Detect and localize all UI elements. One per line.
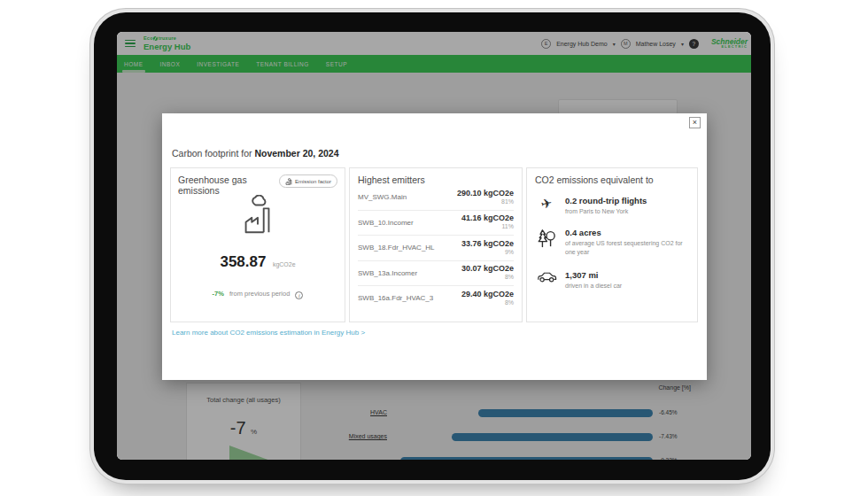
equivalent-value: 0.4 acres <box>565 228 689 237</box>
emitters-title: Highest emitters <box>358 174 514 185</box>
emitter-pct: 8% <box>461 299 514 307</box>
highest-emitters-panel: Highest emitters MV_SWG.Main 290.10 kgCO… <box>349 167 523 322</box>
ghg-delta: -7% <box>213 290 224 298</box>
equivalent-value: 1,307 mi <box>565 270 622 280</box>
emitter-name: MV_SWG.Main <box>358 193 407 201</box>
emitter-name: SWB_10.Incomer <box>358 219 414 227</box>
emitter-pct: 11% <box>461 223 514 231</box>
forest-icon <box>535 228 558 249</box>
emitter-name: SWB_18.Fdr_HVAC_HL <box>358 244 435 252</box>
info-icon[interactable]: i <box>295 291 303 299</box>
ghg-title: Greenhouse gas emissions <box>178 174 279 196</box>
carbon-footprint-modal: × Carbon footprint for November 20, 2024… <box>162 113 707 380</box>
factory-emissions-icon <box>237 195 278 236</box>
emitter-row: SWB_10.Incomer 41.16 kgCO2e11% <box>358 211 514 236</box>
emitter-value: 29.40 kgCO2e <box>461 290 514 299</box>
emitter-name: SWB_13a.Incomer <box>358 269 417 277</box>
emitter-pct: 8% <box>461 274 514 282</box>
ghg-value: 358.87 <box>220 253 266 270</box>
tablet-frame: Ecotruxure Energy Hub E Energy Hub Demo … <box>94 12 771 480</box>
ghg-value-row: 358.87 kgCO2e <box>171 253 345 271</box>
modal-panels: Greenhouse gas emissions Emission factor <box>170 167 698 322</box>
factory-icon <box>285 178 292 185</box>
equivalent-desc: of average US forest sequestering CO2 fo… <box>565 239 689 256</box>
close-icon[interactable]: × <box>689 117 701 128</box>
emitter-pct: 9% <box>461 249 514 257</box>
ghg-unit: kgCO2e <box>273 261 296 267</box>
equivalent-value: 0.2 round-trip flights <box>565 196 647 205</box>
emitter-value: 30.07 kgCO2e <box>461 264 514 274</box>
ghg-delta-row: -7% from previous period i <box>171 290 345 299</box>
co2-equivalents-panel: CO2 emissions equivalent to ✈ 0.2 round-… <box>526 167 698 322</box>
emitter-row: SWB_13a.Incomer 30.07 kgCO2e8% <box>358 261 514 287</box>
emitter-row: SWB_16a.Fdr_HVAC_3 29.40 kgCO2e8% <box>358 286 514 311</box>
equivalent-flights: ✈ 0.2 round-trip flights from Paris to N… <box>535 196 689 215</box>
learn-more-link[interactable]: Learn more about CO2 emissions estimatio… <box>172 329 365 337</box>
car-icon <box>535 270 558 283</box>
modal-title: Carbon footprint for November 20, 2024 <box>172 148 339 159</box>
emitter-pct: 81% <box>457 198 514 206</box>
ghg-delta-text: from previous period <box>229 290 290 298</box>
emitter-value: 33.76 kgCO2e <box>461 239 514 249</box>
ghg-panel: Greenhouse gas emissions Emission factor <box>170 167 345 322</box>
emitter-row: MV_SWG.Main 290.10 kgCO2e81% <box>358 185 514 211</box>
equivalents-title: CO2 emissions equivalent to <box>535 174 689 185</box>
emitter-row: SWB_18.Fdr_HVAC_HL 33.76 kgCO2e9% <box>358 236 514 261</box>
emitter-name: SWB_16a.Fdr_HVAC_3 <box>358 294 433 302</box>
equivalent-car: 1,307 mi driven in a diesel car <box>535 270 689 290</box>
equivalent-desc: from Paris to New York <box>565 207 647 215</box>
app-screen: Ecotruxure Energy Hub E Energy Hub Demo … <box>117 32 751 460</box>
emitter-value: 290.10 kgCO2e <box>457 189 514 198</box>
equivalent-desc: driven in a diesel car <box>565 282 622 290</box>
plane-icon: ✈ <box>533 193 559 213</box>
emission-factor-button[interactable]: Emission factor <box>279 174 337 188</box>
equivalent-forest: 0.4 acres of average US forest sequester… <box>535 228 689 256</box>
emitter-value: 41.16 kgCO2e <box>461 213 514 223</box>
